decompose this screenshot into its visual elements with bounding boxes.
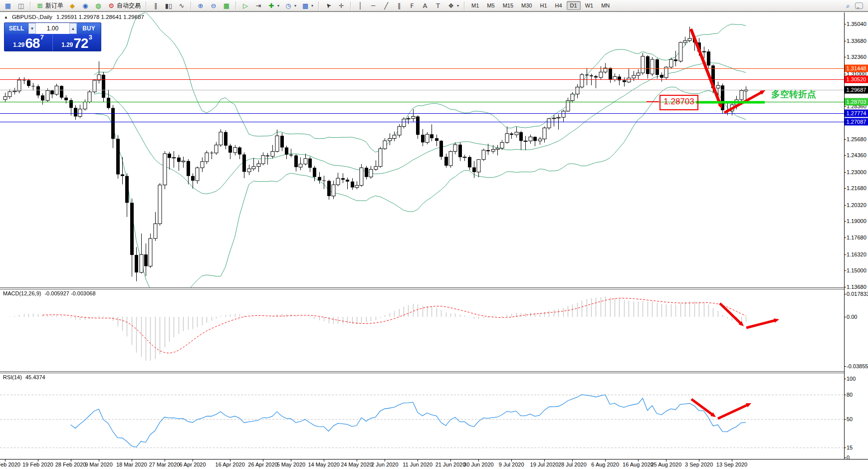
date-tick — [71, 460, 71, 462]
ohlc-values: 1.29591 1.29978 1.28641 1.29687 — [56, 14, 144, 20]
market-button[interactable]: ◆ — [66, 0, 78, 11]
signals-button[interactable]: ◉ — [79, 0, 91, 11]
zoom-in-button[interactable]: ⊕ — [195, 0, 207, 11]
date-label: 11 Jun 2020 — [403, 462, 433, 468]
time-axis[interactable]: 10 Feb 202019 Feb 202028 Feb 20209 Mar 2… — [0, 460, 868, 469]
date-tick — [99, 460, 99, 462]
channel-icon: ∥ — [395, 1, 403, 10]
toolbar-separator — [30, 1, 31, 10]
vertical-line-button[interactable]: │ — [354, 0, 366, 11]
timeframe-m5-button[interactable]: M5 — [483, 1, 498, 10]
timeframe-m1-button[interactable]: M1 — [468, 1, 482, 10]
trendline-button[interactable]: ╱ — [380, 0, 392, 11]
date-tick — [193, 460, 193, 462]
price-tick-label: 1.32360 — [847, 54, 867, 60]
line-chart-button[interactable]: ∿ — [176, 0, 188, 11]
chart-shift-button[interactable]: ⇥ — [252, 0, 264, 11]
pane-separator[interactable] — [0, 287, 844, 289]
price-tick-label: 1.23000 — [847, 169, 867, 175]
macd-chart-canvas[interactable] — [0, 289, 844, 372]
news-button[interactable]: ◍ — [92, 0, 104, 11]
search-icon[interactable]: ⌕ — [844, 1, 852, 10]
timeframe-m15-button[interactable]: M15 — [499, 1, 517, 10]
shapes-button[interactable]: ❖▾ — [445, 0, 461, 11]
timeframe-m30-button[interactable]: M30 — [518, 1, 535, 10]
chevron-down-icon[interactable]: ▾ — [277, 3, 279, 8]
date-tick — [478, 460, 479, 462]
price-tick-label: 1.21680 — [847, 185, 867, 191]
candlestick-chart-button[interactable]: ▮▯ — [163, 0, 175, 11]
chevron-down-icon[interactable]: ▾ — [311, 3, 313, 8]
zoom-out-button[interactable]: ⊖ — [208, 0, 219, 11]
price-chart-canvas[interactable] — [0, 12, 844, 288]
date-tick — [165, 460, 165, 462]
new-order-icon: ⊞ — [36, 1, 44, 10]
price-level-badge: 1.28703 — [845, 98, 868, 106]
volume-down-button[interactable]: ▼ — [28, 23, 36, 34]
volume-input[interactable] — [36, 23, 69, 34]
collapse-triangle-icon[interactable]: ▲ — [4, 15, 8, 19]
symbol-period-label: GBPUSD-,Daily — [12, 14, 52, 20]
toolbar-separator — [318, 1, 319, 10]
window-profile-button[interactable]: ◫ — [15, 0, 27, 11]
new-order-button[interactable]: ⊞新订单 — [34, 0, 65, 11]
trendline-icon: ╱ — [382, 1, 390, 10]
pane-separator[interactable] — [0, 371, 844, 373]
volume-up-button[interactable]: ▲ — [69, 23, 77, 34]
indicators-button[interactable]: ✚▾ — [265, 0, 281, 11]
sell-button[interactable]: SELL — [4, 23, 28, 34]
date-tick — [544, 460, 545, 462]
buy-price-point: 3 — [89, 34, 92, 41]
timeframe-w1-button[interactable]: W1 — [582, 1, 597, 10]
autotrading-button[interactable]: ⚙自动交易 — [105, 0, 143, 11]
buy-button[interactable]: BUY — [77, 23, 101, 34]
fibonacci-button[interactable]: F — [406, 0, 418, 11]
date-label: 6 Apr 2020 — [179, 462, 206, 468]
chat-icon[interactable] — [855, 2, 863, 9]
timeframe-h4-button[interactable]: H4 — [552, 1, 566, 10]
turning-point-note[interactable]: 多空转折点 — [771, 88, 816, 100]
price-tick-label: 1.19000 — [847, 218, 867, 224]
zoom-out-icon: ⊖ — [210, 1, 217, 10]
price-callout-box[interactable]: 1.28703 — [659, 95, 698, 110]
date-tick — [5, 460, 5, 462]
tile-windows-icon: ▦ — [222, 1, 230, 10]
text-label-button[interactable]: T — [432, 0, 444, 11]
tile-windows-button[interactable]: ▦ — [220, 0, 232, 11]
price-tick-label: 80 — [847, 392, 853, 398]
timeframe-mn-button[interactable]: MN — [598, 1, 613, 10]
date-tick — [605, 460, 606, 462]
horizontal-line-button[interactable]: ─ — [367, 0, 379, 11]
date-tick — [418, 460, 418, 462]
date-label: 21 Jun 2020 — [435, 462, 466, 468]
price-tick-label: 1.33680 — [847, 38, 867, 44]
periods-button[interactable]: ◷▾ — [282, 0, 298, 11]
rsi-chart-canvas[interactable] — [0, 373, 844, 459]
chevron-down-icon[interactable]: ▾ — [294, 3, 296, 8]
templates-button[interactable]: ▩▾ — [299, 0, 315, 11]
bar-chart-button[interactable]: ∥ — [150, 0, 162, 11]
auto-scroll-button[interactable]: ▷ — [239, 0, 251, 11]
cursor-button[interactable]: ➤ — [322, 0, 334, 11]
new-order-label: 新订单 — [45, 1, 63, 10]
indicators-icon: ✚ — [267, 1, 275, 10]
price-tick-label: -0.038559 — [847, 363, 868, 369]
crosshair-icon: ✛ — [337, 1, 345, 10]
new-chart-button[interactable]: ▦ — [2, 0, 14, 11]
buy-price[interactable]: 1.29 72 3 — [53, 34, 101, 51]
toolbar: ▦◫⊞新订单◆◉◍⚙自动交易∥▮▯∿⊕⊖▦▷⇥✚▾◷▾▩▾➤✛│─╱∥FAT❖▾… — [0, 0, 868, 11]
chart-shift-icon: ⇥ — [254, 1, 262, 10]
news-icon: ◍ — [94, 1, 102, 10]
date-tick — [263, 460, 263, 462]
date-label: 2 Jun 2020 — [371, 462, 398, 468]
timeframe-h1-button[interactable]: H1 — [536, 1, 550, 10]
price-tick-label: 50 — [847, 416, 853, 422]
text-icon: A — [421, 1, 429, 10]
sell-price[interactable]: 1.29 68 7 — [4, 34, 53, 51]
channel-button[interactable]: ∥ — [393, 0, 405, 11]
crosshair-button[interactable]: ✛ — [335, 0, 347, 11]
timeframe-d1-button[interactable]: D1 — [567, 1, 581, 10]
toolbar-separator — [464, 1, 465, 10]
text-button[interactable]: A — [419, 0, 431, 11]
chevron-down-icon[interactable]: ▾ — [457, 3, 459, 8]
